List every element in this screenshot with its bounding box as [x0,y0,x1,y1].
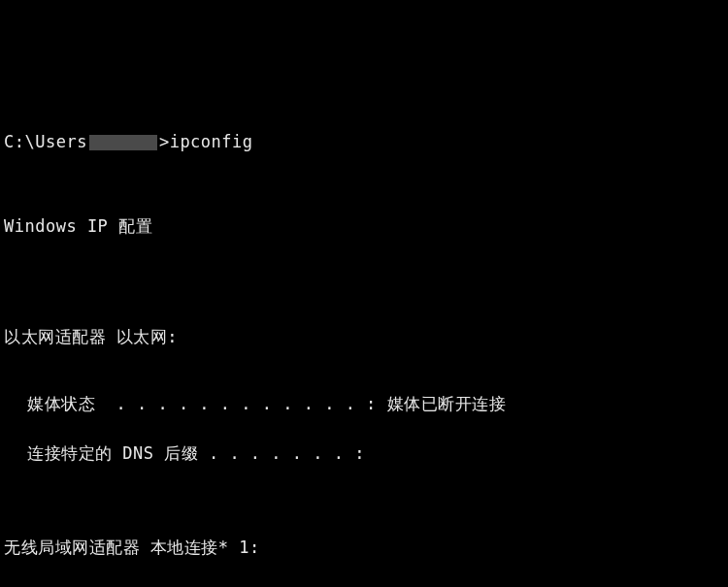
adapter-ethernet-line-1: 连接特定的 DNS 后缀 . . . . . . . : [4,441,724,467]
adapter-local1-title: 无线局域网适配器 本地连接* 1: [4,536,724,561]
adapter-ethernet-title: 以太网适配器 以太网: [4,325,724,350]
terminal-output: C:\Users>ipconfig Windows IP 配置 以太网适配器 以… [4,105,724,587]
prompt-prefix: C:\Users [4,132,87,151]
ipconfig-header: Windows IP 配置 [4,214,724,240]
redacted-username [89,135,157,150]
command-prompt-line: C:\Users>ipconfig [4,130,724,155]
prompt-suffix: > [159,132,170,151]
adapter-ethernet-line-0: 媒体状态 . . . . . . . . . . . . : 媒体已断开连接 [4,392,724,417]
command-text: ipconfig [170,132,253,151]
